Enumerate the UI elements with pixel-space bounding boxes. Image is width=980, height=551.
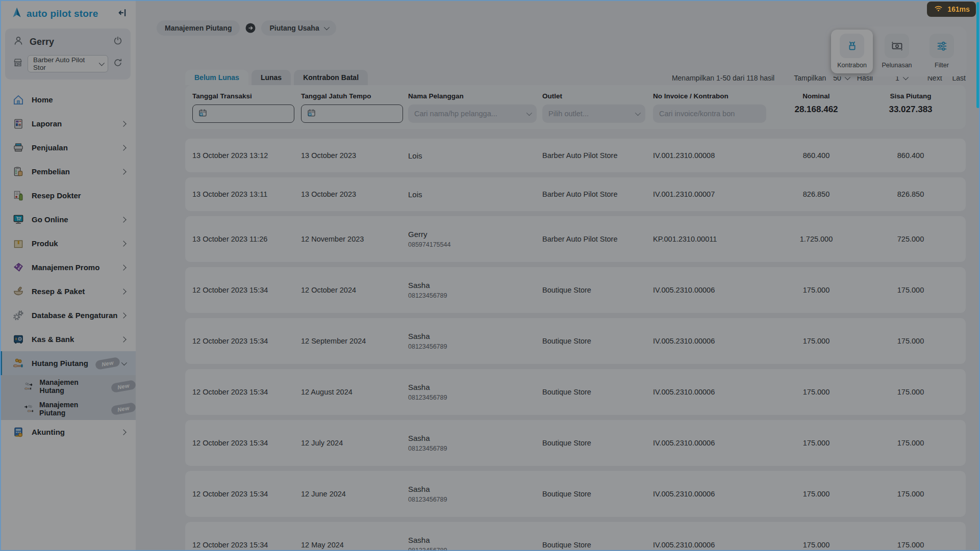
report-icon <box>11 117 26 130</box>
page-selector-dropdown[interactable]: Piutang Usaha <box>261 20 336 36</box>
sidebar-item-label: Home <box>32 95 53 104</box>
logout-power-icon[interactable] <box>112 35 123 48</box>
sidebar-item-produk[interactable]: Produk <box>0 231 136 255</box>
calendar-clock-icon <box>306 108 317 120</box>
sidebar-item-hutang-piutang[interactable]: Hutang PiutangNew <box>0 351 136 375</box>
sidebar-item-label: Laporan <box>32 119 62 128</box>
sidebar-item-resep-dokter[interactable]: Resep Dokter <box>0 183 136 207</box>
sidebar-item-akunting[interactable]: Akunting <box>0 420 136 444</box>
invoice-search-input[interactable]: Cari invoice/kontra bon <box>653 104 766 123</box>
jatuh-tempo-date-filter[interactable] <box>301 104 403 123</box>
kontrabon-button[interactable]: Kontrabon <box>831 30 873 73</box>
sidebar-item-manajemen-hutang[interactable]: Manajemen HutangNew <box>0 375 136 398</box>
app-logo[interactable]: auto pilot store <box>10 6 98 21</box>
table-row[interactable]: 12 October 2023 15:3412 June 2024Sasha08… <box>185 471 966 517</box>
tab-lunas[interactable]: Lunas <box>252 70 291 85</box>
cell-sisa-piutang: 826.850 <box>862 190 959 198</box>
cell-tanggal-transaksi: 12 October 2023 15:34 <box>192 439 301 447</box>
tab-belum-lunas[interactable]: Belum Lunas <box>185 70 248 85</box>
user-name: Gerry <box>30 37 54 47</box>
sidebar-item-resep-paket[interactable]: Resep & Paket <box>0 279 136 303</box>
calculator-icon <box>11 426 26 439</box>
store-selector[interactable]: Barber Auto Pilot Stor <box>28 55 108 72</box>
sidebar-item-manajemen-promo[interactable]: Manajemen Promo <box>0 255 136 279</box>
sidebar-item-pembelian[interactable]: Pembelian <box>0 160 136 183</box>
latency-value: 161ms <box>947 5 970 13</box>
cell-tanggal-transaksi: 12 October 2023 15:34 <box>192 337 301 345</box>
cell-jatuh-tempo: 12 October 2024 <box>301 286 408 294</box>
table-row[interactable]: 13 October 2023 13:1113 October 2023Lois… <box>185 177 966 211</box>
table-row[interactable]: 12 October 2023 15:3412 August 2024Sasha… <box>185 369 966 415</box>
cell-tanggal-transaksi: 12 October 2023 15:34 <box>192 286 301 294</box>
cell-nama-pelanggan: Sasha08123456789 <box>408 332 542 350</box>
sidebar-item-label: Manajemen Promo <box>32 263 99 272</box>
cell-nama-pelanggan: Lois <box>408 151 542 160</box>
sidebar-item-label: Akunting <box>32 428 65 436</box>
cell-jatuh-tempo: 12 July 2024 <box>301 439 408 447</box>
sidebar-item-laporan[interactable]: Laporan <box>0 112 136 136</box>
table-row[interactable]: 13 October 2023 11:2612 November 2023Ger… <box>185 216 966 262</box>
sidebar-item-database-pengaturan[interactable]: Database & Pengaturan <box>0 303 136 327</box>
tab-kontrabon-batal[interactable]: Kontrabon Batal <box>294 70 368 85</box>
nominal-total: 28.168.462 <box>770 104 862 115</box>
mortar-icon <box>11 285 26 298</box>
chevron-down-icon <box>121 359 127 365</box>
column-invoice: No Invoice / Kontrabon Cari invoice/kont… <box>653 92 770 123</box>
sidebar-item-go-online[interactable]: Go Online <box>0 207 136 231</box>
cell-jatuh-tempo: 12 June 2024 <box>301 490 408 498</box>
sidebar-item-home[interactable]: Home <box>0 88 136 112</box>
cell-nama-pelanggan: Sasha08123456789 <box>408 434 542 452</box>
home-icon <box>11 93 26 107</box>
table-row[interactable]: 12 October 2023 15:3412 July 2024Sasha08… <box>185 420 966 466</box>
header-actions: Kontrabon Pelunasan Filter <box>827 27 967 76</box>
banknote-icon <box>885 34 909 58</box>
cell-nama-pelanggan: Sasha08123456789 <box>408 485 542 503</box>
cell-nama-pelanggan: Lois <box>408 190 542 199</box>
cell-outlet: Boutique Store <box>542 286 653 294</box>
sidebar-item-penjualan[interactable]: Penjualan <box>0 136 136 160</box>
table-row[interactable]: 12 October 2023 15:3412 September 2024Sa… <box>185 318 966 364</box>
table-row[interactable]: 13 October 2023 13:1213 October 2023Lois… <box>185 139 966 172</box>
table-row[interactable]: 12 October 2023 15:3412 May 2024Sasha081… <box>185 522 966 551</box>
chevron-down-icon <box>526 110 532 116</box>
cell-sisa-piutang: 175.000 <box>862 439 959 447</box>
sidebar-item-manajemen-piutang[interactable]: Manajemen PiutangNew <box>0 398 136 420</box>
cell-invoice: IV.005.2310.00006 <box>653 337 770 345</box>
pelunasan-button[interactable]: Pelunasan <box>876 30 918 73</box>
sidebar-item-kas-bank[interactable]: Kas & Bank <box>0 327 136 351</box>
cell-sisa-piutang: 175.000 <box>862 337 959 345</box>
tabs: Belum Lunas Lunas Kontrabon Batal <box>185 70 368 85</box>
outlet-placeholder: Pilih outlet... <box>548 110 589 118</box>
clipboard-icon <box>11 165 26 178</box>
cell-sisa-piutang: 175.000 <box>862 541 959 549</box>
tanggal-transaksi-date-filter[interactable] <box>192 104 294 123</box>
cell-nominal: 1.725.000 <box>770 235 862 243</box>
logo-triangle-icon <box>10 6 23 21</box>
promo-tag-icon <box>11 261 26 274</box>
sidebar-collapse-icon[interactable] <box>117 7 129 20</box>
binder-clip-icon <box>840 34 864 58</box>
cell-jatuh-tempo: 12 September 2024 <box>301 337 408 345</box>
customer-phone: 08123456789 <box>408 343 542 350</box>
breadcrumb-item-manajemen-piutang[interactable]: Manajemen Piutang <box>157 20 240 36</box>
cell-outlet: Boutique Store <box>542 541 653 549</box>
sliders-icon <box>929 34 954 58</box>
cell-tanggal-transaksi: 13 October 2023 13:12 <box>192 151 301 160</box>
cell-jatuh-tempo: 12 November 2023 <box>301 235 408 243</box>
refresh-icon[interactable] <box>112 57 123 70</box>
calendar-clock-icon <box>197 108 208 120</box>
scrollbar-thumb[interactable] <box>976 2 979 108</box>
user-icon <box>12 35 24 49</box>
chevron-right-icon <box>120 288 126 294</box>
cell-sisa-piutang: 175.000 <box>862 490 959 498</box>
table-row[interactable]: 12 October 2023 15:3412 October 2024Sash… <box>185 267 966 313</box>
chevron-right-icon <box>120 312 126 318</box>
cell-sisa-piutang: 175.000 <box>862 388 959 396</box>
customer-search-select[interactable]: Cari nama/hp pelangga... <box>408 104 537 123</box>
cell-nominal: 175.000 <box>770 337 862 345</box>
sidebar-item-label: Pembelian <box>32 167 70 176</box>
column-tanggal-transaksi: Tanggal Transaksi <box>192 92 301 123</box>
outlet-select[interactable]: Pilih outlet... <box>542 104 645 123</box>
filter-button[interactable]: Filter <box>921 30 963 73</box>
cell-tanggal-transaksi: 13 October 2023 11:26 <box>192 235 301 243</box>
